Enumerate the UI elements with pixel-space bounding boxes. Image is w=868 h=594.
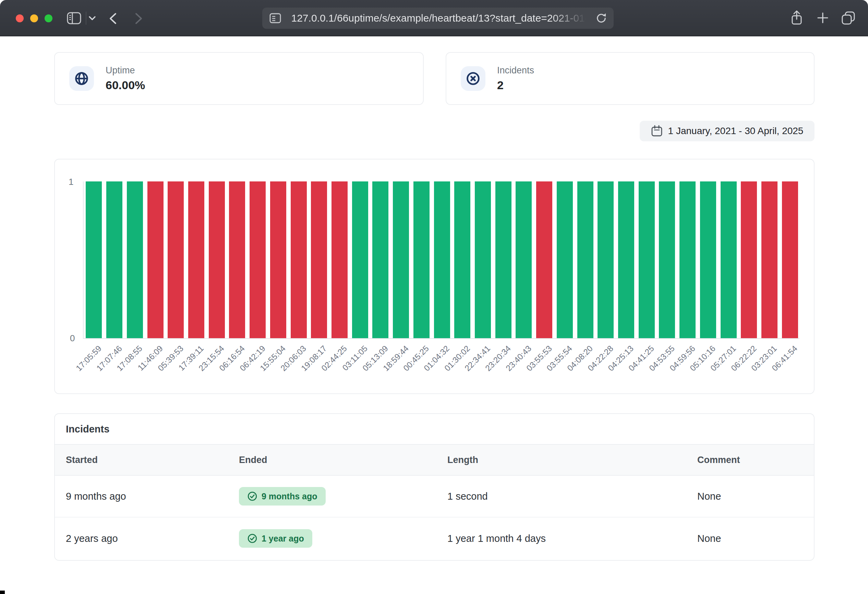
page-settings-icon[interactable] (269, 12, 282, 25)
incident-comment: None (686, 533, 814, 544)
incidents-table-card: Incidents Started Ended Length Comment 9… (54, 413, 815, 561)
chevron-down-icon (89, 16, 96, 21)
uptime-label: Uptime (106, 65, 145, 76)
calendar-icon (651, 125, 663, 137)
incident-comment: None (686, 491, 814, 502)
minimize-window-button[interactable] (30, 15, 38, 22)
incident-ended-cell: 9 months ago (228, 487, 436, 505)
zoom-window-button[interactable] (44, 15, 52, 22)
chart-bar-down (782, 182, 798, 338)
reload-icon (595, 12, 607, 24)
incident-ended: 9 months ago (261, 492, 317, 501)
browser-titlebar: 127.0.0.1/66uptime/s/example/heartbeat/1… (0, 0, 868, 36)
chart-bar-up (639, 182, 655, 338)
share-button[interactable] (790, 10, 803, 27)
incidents-icon-tile (461, 66, 486, 91)
chart-plot-area[interactable]: 1 0 17:05:5917:07:4617:08:5511:46:0905:3… (83, 182, 799, 339)
column-header-ended: Ended (228, 455, 436, 465)
ended-status-badge: 9 months ago (239, 487, 326, 505)
chart-bar-down (148, 182, 164, 338)
chart-bar-up (372, 182, 388, 338)
chart-bar-down (209, 182, 225, 338)
window-controls (16, 15, 52, 22)
chart-bar-down (188, 182, 204, 338)
chart-bar-up (700, 182, 716, 338)
chart-bar-up (720, 182, 737, 338)
incident-ended-cell: 1 year ago (228, 529, 436, 548)
screen-corner-artifact (0, 591, 5, 594)
column-header-started: Started (55, 455, 228, 465)
chart-bar-up (127, 182, 143, 338)
chart-bar-up (598, 182, 614, 338)
incident-length: 1 second (436, 491, 686, 502)
incidents-table-body: 9 months ago 9 months ago 1 second None … (55, 476, 814, 559)
chart-bar-up (577, 182, 593, 338)
incident-started: 9 months ago (55, 491, 228, 502)
chart-bar-down (270, 182, 286, 338)
toolbar-divider (86, 12, 86, 25)
ended-status-badge: 1 year ago (239, 529, 312, 548)
incidents-stat-card: Incidents 2 (446, 52, 815, 105)
date-range-button[interactable]: 1 January, 2021 - 30 April, 2025 (640, 121, 815, 141)
y-axis-tick-1: 1 (69, 177, 73, 187)
share-icon (790, 10, 803, 27)
incident-row: 9 months ago 9 months ago 1 second None (55, 476, 814, 517)
tabs-icon (841, 10, 856, 26)
chart-bar-up (495, 182, 511, 338)
chart-bar-up (515, 182, 532, 338)
chart-bar-up (618, 182, 634, 338)
forward-button[interactable] (134, 12, 143, 25)
y-axis-tick-0: 0 (70, 333, 75, 344)
chart-bar-up (659, 182, 675, 338)
uptime-value: 60.00% (106, 78, 145, 92)
address-bar[interactable]: 127.0.0.1/66uptime/s/example/heartbeat/1… (262, 7, 614, 29)
uptime-icon-tile (69, 66, 94, 91)
chart-bar-up (557, 182, 573, 338)
chart-bar-down (311, 182, 327, 338)
incident-length: 1 year 1 month 4 days (436, 533, 686, 544)
sidebar-toggle-button[interactable] (66, 12, 81, 25)
chart-bar-up (86, 182, 102, 338)
chart-bar-up (679, 182, 695, 338)
x-circle-icon (465, 71, 481, 86)
chevron-right-icon (134, 12, 143, 25)
plus-icon (816, 12, 829, 24)
incidents-value: 2 (497, 78, 534, 92)
chart-bar-down (229, 182, 245, 338)
reload-button[interactable] (595, 12, 607, 24)
chart-bar-up (454, 182, 470, 338)
uptime-stat-card: Uptime 60.00% (54, 52, 424, 105)
chart-bar-up (352, 182, 368, 338)
chart-bar-down (291, 182, 307, 338)
sidebar-icon (66, 12, 81, 25)
incident-ended: 1 year ago (261, 533, 304, 544)
chart-bar-down (332, 182, 348, 338)
date-range-label: 1 January, 2021 - 30 April, 2025 (668, 126, 803, 136)
incidents-table-header: Started Ended Length Comment (55, 444, 814, 476)
chart-bar-up (106, 182, 123, 338)
column-header-comment: Comment (686, 455, 814, 465)
incidents-label: Incidents (497, 65, 534, 76)
column-header-length: Length (436, 455, 686, 465)
check-circle-icon (247, 533, 257, 544)
close-window-button[interactable] (16, 15, 24, 22)
chart-bar-down (741, 182, 757, 338)
incident-row: 2 years ago 1 year ago 1 year 1 month 4 … (55, 517, 814, 559)
chevron-left-icon (108, 12, 117, 25)
url-text[interactable]: 127.0.0.1/66uptime/s/example/heartbeat/1… (291, 12, 586, 24)
incident-started: 2 years ago (55, 533, 228, 544)
chart-bar-down (536, 182, 552, 338)
chart-bar-up (434, 182, 450, 338)
chart-bar-down (762, 182, 778, 338)
check-circle-icon (247, 491, 257, 501)
chart-bar-up (475, 182, 491, 338)
globe-icon (74, 71, 90, 86)
new-tab-button[interactable] (816, 12, 829, 24)
chart-bar-down (168, 182, 184, 338)
sidebar-menu-chevron[interactable] (89, 16, 96, 21)
heartbeat-chart-card: 1 0 17:05:5917:07:4617:08:5511:46:0905:3… (54, 159, 815, 394)
tab-overview-button[interactable] (841, 10, 856, 26)
chart-bar-down (249, 182, 266, 338)
incidents-table-title: Incidents (55, 414, 814, 444)
back-button[interactable] (108, 12, 117, 25)
